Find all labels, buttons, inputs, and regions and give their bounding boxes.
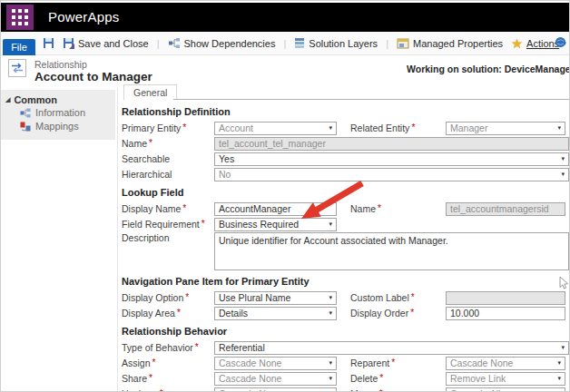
- form-row: Share* Cascade None▾ Delete* Remove Link…: [122, 371, 569, 386]
- field-label: Name: [350, 203, 376, 214]
- solution-layers-button[interactable]: Solution Layers: [294, 37, 378, 49]
- field-label: Share: [122, 373, 147, 384]
- required-marker: *: [379, 373, 383, 383]
- page-title: Account to Manager: [34, 70, 152, 83]
- dropdown-arrow-icon: ▾: [561, 155, 565, 162]
- dropdown-arrow-icon: ▾: [557, 375, 561, 382]
- show-dependencies-button[interactable]: Show Dependencies: [168, 37, 276, 49]
- file-button[interactable]: File: [3, 39, 35, 55]
- toolbar-separator: |: [386, 38, 388, 49]
- sidebar-group-common[interactable]: ◢ Common: [5, 94, 115, 105]
- merge-select[interactable]: Cascade All▾: [446, 387, 565, 392]
- required-marker: *: [182, 122, 186, 132]
- sidebar-item-mappings[interactable]: Mappings: [5, 119, 115, 132]
- display-area-select[interactable]: Details▾: [214, 307, 337, 320]
- required-marker: *: [411, 122, 415, 132]
- help-icon: [555, 36, 566, 48]
- field-label: Display Option: [122, 292, 183, 303]
- assign-select[interactable]: Cascade None▾: [214, 357, 337, 370]
- hierarchical-select[interactable]: No▾: [214, 168, 569, 181]
- dropdown-arrow-icon: ▾: [557, 124, 561, 132]
- form-row: Searchable Yes▾: [122, 152, 569, 166]
- form-row: Field Requirement* Business Required▾: [122, 217, 569, 231]
- field-label: Custom Label: [350, 292, 409, 303]
- primary-entity-select[interactable]: Account▾: [214, 122, 337, 135]
- display-order-input[interactable]: [446, 307, 565, 320]
- field-label: Assign: [122, 358, 151, 368]
- share-select[interactable]: Cascade None▾: [214, 372, 337, 386]
- field-label: Related Entity: [350, 122, 409, 133]
- description-textarea[interactable]: Unique identifier for Account associated…: [214, 232, 569, 270]
- command-toolbar: File Save and Close | Show Dependencies …: [1, 32, 569, 55]
- field-requirement-select[interactable]: Business Required▾: [214, 218, 337, 231]
- display-name-input[interactable]: [214, 202, 337, 216]
- name-input[interactable]: [214, 137, 569, 151]
- form-row: Type of Behavior* Referential▾: [122, 340, 569, 355]
- field-label: Merge: [350, 388, 378, 392]
- actions-icon: [511, 38, 523, 49]
- required-marker: *: [182, 203, 186, 213]
- relationship-form: Relationship Definition Primary Entity* …: [122, 103, 569, 392]
- information-icon: [20, 108, 31, 118]
- form-row: Unshare* Cascade None▾ Merge* Cascade Al…: [122, 387, 569, 392]
- mappings-icon: [20, 122, 31, 132]
- app-launcher-button[interactable]: [6, 5, 34, 30]
- solution-layers-icon: [294, 37, 305, 49]
- app-header-bar: PowerApps: [1, 3, 569, 32]
- field-label: Reparent: [350, 358, 389, 368]
- unshare-select[interactable]: Cascade None▾: [214, 387, 337, 392]
- field-label: Primary Entity: [122, 122, 181, 133]
- required-marker: *: [201, 219, 205, 229]
- field-label: Display Order: [350, 308, 408, 318]
- type-of-behavior-select[interactable]: Referential▾: [214, 341, 569, 355]
- required-marker: *: [185, 292, 189, 302]
- section-title: Lookup Field: [122, 187, 569, 198]
- custom-label-input[interactable]: [446, 291, 565, 305]
- field-label: Display Area: [122, 308, 175, 318]
- waffle-icon: [12, 9, 28, 25]
- save-button[interactable]: [43, 37, 54, 49]
- required-marker: *: [177, 308, 181, 318]
- sidebar-item-information[interactable]: Information: [5, 105, 115, 119]
- help-button[interactable]: H: [555, 36, 570, 48]
- required-marker: *: [378, 203, 381, 213]
- dropdown-arrow-icon: ▾: [561, 344, 565, 351]
- form-row: Assign* Cascade None▾ Reparent* Cascade …: [122, 356, 569, 370]
- required-marker: *: [195, 342, 199, 352]
- related-entity-select[interactable]: Manager▾: [446, 122, 565, 135]
- form-row: Hierarchical No▾: [122, 167, 569, 181]
- reparent-select[interactable]: Cascade None▾: [446, 357, 565, 370]
- display-option-select[interactable]: Use Plural Name▾: [214, 291, 337, 305]
- required-marker: *: [152, 358, 156, 368]
- save-and-close-icon: [63, 37, 74, 49]
- section-title: Relationship Definition: [122, 106, 569, 117]
- lookup-name-input[interactable]: [446, 202, 565, 216]
- dropdown-arrow-icon: ▾: [329, 220, 332, 228]
- save-and-close-button[interactable]: Save and Close: [63, 37, 149, 49]
- form-row: Display Area* Details▾ Display Order*: [122, 306, 569, 320]
- field-label: Delete: [350, 373, 378, 384]
- toolbar-separator: |: [157, 38, 160, 49]
- required-marker: *: [410, 308, 414, 318]
- field-label: Type of Behavior: [122, 342, 193, 353]
- delete-select[interactable]: Remove Link▾: [446, 372, 565, 386]
- managed-properties-button[interactable]: Managed Properties: [397, 38, 503, 49]
- dropdown-arrow-icon: ▾: [329, 309, 332, 317]
- required-marker: *: [149, 373, 152, 383]
- field-label: Searchable: [122, 153, 170, 164]
- tab-general[interactable]: General: [123, 84, 177, 100]
- field-label: Name: [122, 138, 147, 149]
- searchable-select[interactable]: Yes▾: [214, 152, 569, 166]
- relationship-icon: [8, 59, 26, 79]
- navigation-sidebar: ◢ Common Information Mappings: [1, 90, 115, 140]
- required-marker: *: [160, 388, 163, 392]
- field-label: Display Name: [122, 203, 181, 214]
- form-row: Primary Entity* Account▾ Related Entity*…: [122, 121, 569, 135]
- sidebar-divider: [117, 88, 118, 392]
- field-label: Field Requirement: [122, 219, 200, 230]
- form-row: Name*: [122, 136, 569, 151]
- field-label: Description: [122, 232, 170, 243]
- form-row: Display Name* Name*: [122, 201, 569, 216]
- dropdown-arrow-icon: ▾: [329, 124, 332, 132]
- field-label: Unshare: [122, 388, 158, 392]
